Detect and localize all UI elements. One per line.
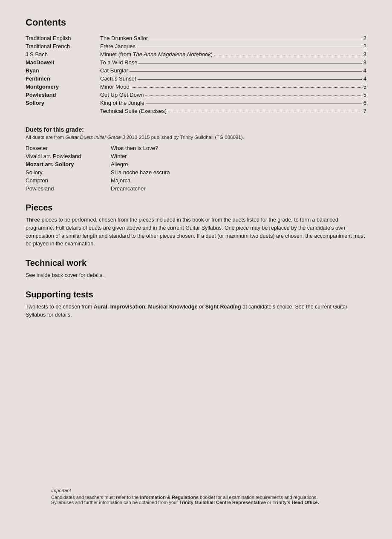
contents-row: Traditional FrenchFrère Jacques2 <box>26 42 366 50</box>
contents-piece: Frère Jacques2 <box>100 42 366 50</box>
piece-number: 3 <box>363 51 366 58</box>
pieces-bold-word: Three <box>26 217 40 223</box>
contents-composer <box>26 107 100 115</box>
piece-number: 2 <box>363 35 366 41</box>
supporting-bold-sight: Sight Reading <box>205 304 241 310</box>
piece-dots <box>149 39 362 39</box>
duets-composer: Vivaldi arr. Powlesland <box>26 152 111 160</box>
important-bold-1: Information & Regulations <box>140 495 199 500</box>
contents-row: MacDowellTo a Wild Rose3 <box>26 58 366 66</box>
duets-piece: Winter <box>111 152 366 160</box>
contents-piece: Minuet (from The Anna Magdalena Notebook… <box>100 50 366 58</box>
duets-composer: Compton <box>26 176 111 184</box>
contents-title: Contents <box>26 17 366 28</box>
important-label: Important <box>51 488 341 493</box>
contents-piece: Technical Suite (Exercises)7 <box>100 107 366 115</box>
contents-composer: Traditional French <box>26 42 100 50</box>
piece-title: Technical Suite (Exercises) <box>100 108 167 114</box>
section-gap-1 <box>26 118 366 126</box>
contents-row: SolloryKing of the Jungle6 <box>26 99 366 107</box>
piece-number: 4 <box>363 67 366 74</box>
pieces-text: Three pieces to be performed, chosen fro… <box>26 216 366 248</box>
contents-composer: Sollory <box>26 99 100 107</box>
contents-composer: Fentimen <box>26 75 100 83</box>
piece-number: 4 <box>363 75 366 82</box>
duets-piece: Allegro <box>111 160 366 168</box>
supporting-text: Two tests to be chosen from Aural, Impro… <box>26 303 366 319</box>
contents-piece: To a Wild Rose3 <box>100 58 366 66</box>
duets-composer: Rosseter <box>26 144 111 152</box>
piece-dots <box>138 79 362 80</box>
piece-title: Get Up Get Down <box>100 92 144 98</box>
duets-note: All duets are from Guitar Duets Initial-… <box>26 135 366 140</box>
piece-title: King of the Jungle <box>100 100 144 106</box>
contents-row: Technical Suite (Exercises)7 <box>26 107 366 115</box>
piece-title: Frère Jacques <box>100 43 135 49</box>
contents-piece: Cactus Sunset4 <box>100 75 366 83</box>
contents-composer: Montgomery <box>26 83 100 91</box>
piece-title: Minuet (from The Anna Magdalena Notebook… <box>100 51 213 58</box>
contents-row: Traditional EnglishThe Drunken Sailor2 <box>26 34 366 42</box>
piece-title: Minor Mood <box>100 84 130 90</box>
contents-piece: Get Up Get Down5 <box>100 91 366 99</box>
piece-dots <box>146 104 362 104</box>
duets-section: Duets for this grade: All duets are from… <box>26 126 366 193</box>
duets-piece: Si la noche haze escura <box>111 168 366 176</box>
technical-text: See inside back cover for details. <box>26 271 366 280</box>
duets-piece: What then is Love? <box>111 144 366 152</box>
duets-table: RosseterWhat then is Love?Vivaldi arr. P… <box>26 144 366 193</box>
contents-row: J S BachMinuet (from The Anna Magdalena … <box>26 50 366 58</box>
contents-piece: King of the Jungle6 <box>100 99 366 107</box>
piece-number: 7 <box>363 108 366 114</box>
important-note: Important Candidates and teachers must r… <box>51 488 341 505</box>
piece-number: 2 <box>363 43 366 49</box>
technical-section: Technical work See inside back cover for… <box>26 258 366 280</box>
supporting-section: Supporting tests Two tests to be chosen … <box>26 290 366 319</box>
piece-dots <box>131 87 362 88</box>
important-text: Candidates and teachers must refer to th… <box>51 495 341 505</box>
contents-row: RyanCat Burglar4 <box>26 66 366 75</box>
piece-number: 3 <box>363 59 366 66</box>
contents-composer: Ryan <box>26 66 100 75</box>
important-bold-2: Trinity Guildhall Centre Representative <box>179 500 266 505</box>
contents-table: Traditional EnglishThe Drunken Sailor2Tr… <box>26 34 366 115</box>
pieces-heading: Pieces <box>26 203 366 213</box>
duets-row: RosseterWhat then is Love? <box>26 144 366 152</box>
contents-section: Contents Traditional EnglishThe Drunken … <box>26 17 366 115</box>
supporting-heading: Supporting tests <box>26 290 366 300</box>
duets-note-italic: Guitar Duets Initial-Grade 3 <box>65 135 125 140</box>
piece-title: The Drunken Sailor <box>100 35 148 41</box>
important-bold-3: Trinity's Head Office. <box>273 500 319 505</box>
duets-row: ComptonMajorca <box>26 176 366 184</box>
piece-title: To a Wild Rose <box>100 59 137 66</box>
duets-composer: Powlesland <box>26 184 111 193</box>
technical-heading: Technical work <box>26 258 366 268</box>
supporting-bold-aural: Aural, Improvisation, Musical Knowledge <box>94 304 198 310</box>
piece-dots <box>130 71 362 72</box>
contents-piece: Cat Burglar4 <box>100 66 366 75</box>
page-wrapper: Contents Traditional EnglishThe Drunken … <box>26 17 366 522</box>
duets-row: Vivaldi arr. PowleslandWinter <box>26 152 366 160</box>
piece-dots <box>168 112 362 112</box>
piece-number: 6 <box>363 100 366 106</box>
contents-row: MontgomeryMinor Mood5 <box>26 83 366 91</box>
duets-piece: Dreamcatcher <box>111 184 366 193</box>
piece-title: Cat Burglar <box>100 67 128 74</box>
contents-piece: Minor Mood5 <box>100 83 366 91</box>
pieces-section: Pieces Three pieces to be performed, cho… <box>26 203 366 248</box>
duets-piece: Majorca <box>111 176 366 184</box>
piece-number: 5 <box>363 92 366 98</box>
duets-composer: Sollory <box>26 168 111 176</box>
supporting-italic-or: or <box>199 304 204 310</box>
duets-row: PowleslandDreamcatcher <box>26 184 366 193</box>
duets-composer: Mozart arr. Sollory <box>26 160 111 168</box>
contents-row: FentimenCactus Sunset4 <box>26 75 366 83</box>
contents-row: PowleslandGet Up Get Down5 <box>26 91 366 99</box>
piece-title: Cactus Sunset <box>100 75 136 82</box>
piece-dots <box>137 47 362 47</box>
duets-heading: Duets for this grade: <box>26 126 366 133</box>
contents-composer: Powlesland <box>26 91 100 99</box>
contents-composer: Traditional English <box>26 34 100 42</box>
piece-dots <box>214 55 362 55</box>
piece-dots <box>145 95 362 96</box>
